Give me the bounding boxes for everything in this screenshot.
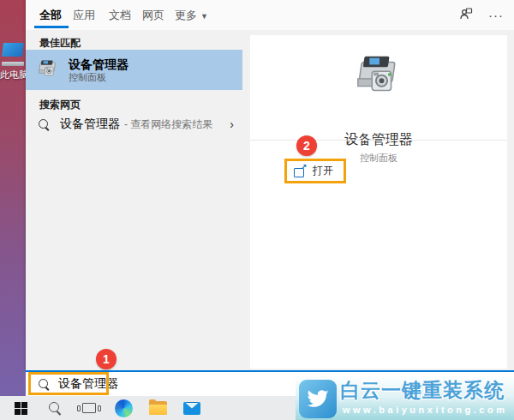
watermark-bird-logo bbox=[299, 380, 337, 418]
tab-apps[interactable]: 应用 bbox=[73, 8, 95, 23]
task-view-button[interactable] bbox=[72, 396, 106, 420]
panel-right-gutter bbox=[507, 30, 514, 370]
detail-divider bbox=[250, 140, 507, 141]
watermark-url: www.baiyunxitong.com bbox=[343, 405, 507, 415]
taskbar-mail-button[interactable] bbox=[175, 396, 209, 420]
feedback-icon[interactable] bbox=[459, 7, 473, 24]
search-input-value[interactable]: 设备管理器 bbox=[58, 376, 118, 392]
annotation-badge-1: 1 bbox=[96, 349, 117, 369]
search-flyout: 全部 应用 文档 网页 更多▼ ··· 最佳匹配 bbox=[26, 0, 514, 370]
desktop-icon-this-pc[interactable]: 此电脑 bbox=[0, 43, 26, 81]
search-icon bbox=[39, 119, 50, 130]
tab-selected-underline bbox=[34, 26, 69, 28]
best-match-header: 最佳匹配 bbox=[39, 36, 81, 51]
more-options-icon[interactable]: ··· bbox=[488, 8, 504, 23]
web-search-query: 设备管理器 bbox=[60, 117, 120, 132]
this-pc-keyboard-icon bbox=[2, 62, 24, 66]
open-action-button[interactable]: 打开 bbox=[284, 159, 346, 183]
watermark-title: 白云一键重装系统 bbox=[340, 377, 513, 404]
task-view-icon bbox=[82, 403, 96, 413]
search-filter-tabbar: 全部 应用 文档 网页 更多▼ ··· bbox=[26, 0, 514, 30]
best-match-subtitle: 控制面板 bbox=[69, 72, 128, 83]
tab-web[interactable]: 网页 bbox=[142, 8, 164, 23]
tab-documents[interactable]: 文档 bbox=[109, 8, 131, 23]
open-action-label: 打开 bbox=[313, 164, 333, 178]
tab-more-label: 更多 bbox=[175, 9, 197, 21]
result-detail-panel: 设备管理器 控制面板 打开 bbox=[250, 35, 507, 369]
best-match-title: 设备管理器 bbox=[69, 57, 128, 72]
taskbar-edge-button[interactable] bbox=[106, 396, 140, 420]
this-pc-icon bbox=[2, 43, 24, 57]
annotation-badge-2: 2 bbox=[296, 135, 317, 156]
mail-icon bbox=[183, 402, 200, 415]
tab-all[interactable]: 全部 bbox=[39, 8, 62, 23]
chevron-down-icon: ▼ bbox=[200, 12, 208, 21]
search-web-header: 搜索网页 bbox=[39, 98, 81, 112]
windows-logo-icon bbox=[15, 402, 27, 415]
start-button[interactable] bbox=[3, 396, 38, 420]
web-search-suggestion[interactable]: 设备管理器 - 查看网络搜索结果 › bbox=[26, 111, 242, 137]
device-manager-large-icon bbox=[250, 49, 507, 102]
taskbar-search-button[interactable] bbox=[38, 396, 72, 420]
device-manager-icon bbox=[36, 57, 60, 84]
search-icon bbox=[49, 402, 62, 415]
taskbar-file-explorer-button[interactable] bbox=[140, 396, 175, 420]
watermark-banner: 白云一键重装系统 www.baiyunxitong.com bbox=[296, 375, 514, 420]
chevron-right-icon[interactable]: › bbox=[230, 117, 234, 131]
open-external-icon bbox=[294, 166, 306, 177]
search-input-icon bbox=[39, 379, 50, 390]
tab-more[interactable]: 更多▼ bbox=[175, 8, 208, 23]
this-pc-label: 此电脑 bbox=[0, 69, 26, 81]
edge-browser-icon bbox=[115, 399, 133, 417]
file-explorer-icon bbox=[149, 401, 167, 415]
web-search-hint: - 查看网络搜索结果 bbox=[124, 117, 212, 132]
best-match-result-device-manager[interactable]: 设备管理器 控制面板 bbox=[26, 50, 242, 90]
